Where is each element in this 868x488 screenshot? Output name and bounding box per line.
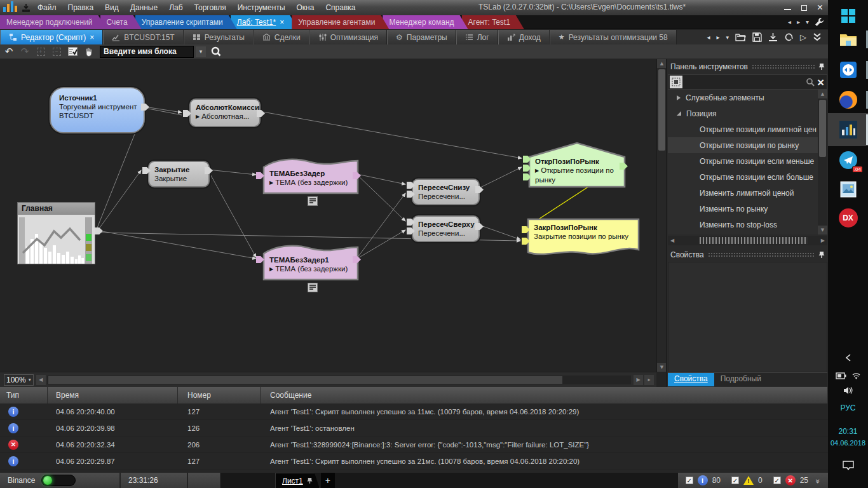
block-name-dropdown-icon[interactable]: ▾ <box>196 46 206 57</box>
add-sheet-button[interactable]: + <box>321 473 335 488</box>
tree-vscroll-thumb[interactable] <box>819 100 826 157</box>
zoom-control[interactable]: 100% ▾ <box>4 374 34 386</box>
pane-port-lightgreen[interactable] <box>86 254 92 261</box>
menu-tools[interactable]: Инструменты <box>232 0 291 15</box>
pin-icon[interactable] <box>818 63 825 71</box>
close-tab-icon[interactable]: × <box>280 18 284 27</box>
pin-icon[interactable] <box>818 251 825 259</box>
menu-view[interactable]: Вид <box>99 0 125 15</box>
tabs-scroll-right-icon[interactable]: ▸ <box>797 18 800 25</box>
tema1-settings-icon[interactable] <box>308 196 318 206</box>
tema2-settings-icon[interactable] <box>308 283 318 292</box>
taskbar-explorer[interactable] <box>828 29 868 50</box>
export-icon[interactable] <box>768 32 778 42</box>
tab-btcusdt-chart[interactable]: BTCUSDT:15T <box>103 30 183 44</box>
taskbar-dx[interactable]: DX <box>828 208 868 228</box>
expander-icon[interactable]: ▶ <box>269 179 273 187</box>
block-tema1[interactable]: ТЕМАБезЗадер ▶ТЕМА (без задержки) <box>262 156 359 195</box>
log-row[interactable]: i 04.06 20:20:29.87 127 Агент 'Test1': С… <box>0 453 828 470</box>
block-tema2[interactable]: ТЕМАБезЗадер1 ▶ТЕМА (без задержки) <box>262 242 359 281</box>
quick-save-icon[interactable] <box>20 1 32 14</box>
wrench-icon[interactable] <box>815 17 824 27</box>
info-filter-checkbox[interactable]: ✓ <box>686 477 693 484</box>
pane-port-olive[interactable] <box>86 244 92 251</box>
block-cross-under[interactable]: ПересечСнизу Пересечени... <box>412 179 480 205</box>
log-col-time[interactable]: Время <box>48 387 178 403</box>
expander-icon[interactable]: ▶ <box>196 112 200 121</box>
block-source1[interactable]: Источник1 Торгуемый инструмент BTCUSDT <box>50 87 145 133</box>
search-icon[interactable] <box>806 78 815 86</box>
tree-item-position[interactable]: Позиция <box>668 105 818 121</box>
run-icon[interactable]: ▷ <box>800 32 806 42</box>
clear-search-icon[interactable]: × <box>817 76 825 88</box>
scroll-right2-icon[interactable]: ▸ <box>644 375 654 385</box>
tab-optimization[interactable]: Оптимизация <box>309 30 387 44</box>
connection-toggle[interactable] <box>41 475 76 486</box>
tree-item-change-stoploss[interactable]: Изменить по stop-loss <box>668 217 818 233</box>
scroll-right-icon[interactable]: ▶ <box>821 238 827 243</box>
language-indicator[interactable]: РУС <box>828 403 868 413</box>
tab-lab-test1[interactable]: Лаб: Test1*× <box>231 15 298 29</box>
scroll-up-icon[interactable]: ▲ <box>657 59 667 68</box>
taskbar-photos[interactable] <box>828 180 868 199</box>
tree-item-change-market[interactable]: Изменить по рынку <box>668 201 818 217</box>
error-filter-checkbox[interactable]: ✓ <box>773 477 781 484</box>
taskbar-teamviewer[interactable] <box>828 60 868 80</box>
tab-log[interactable]: Лог <box>456 30 498 44</box>
tabs-dropdown-icon[interactable]: ▾ <box>806 18 809 25</box>
warning-filter-checkbox[interactable]: ✓ <box>731 477 739 484</box>
tab-results[interactable]: Результаты <box>184 30 254 44</box>
block-name-input[interactable] <box>100 47 208 56</box>
undo-icon[interactable]: ↶ <box>2 45 16 58</box>
tabs-scroll-left-icon[interactable]: ◂ <box>788 18 791 25</box>
block-abs-commission[interactable]: АбсолютКомисси ▶Абсолютная... <box>189 98 261 127</box>
tree-hscrollbar[interactable]: ◀ ▶ <box>668 236 827 245</box>
collapsed-arrow-icon[interactable] <box>677 95 681 100</box>
log-row[interactable]: i 04.06 20:20:40.00 127 Агент 'Test1': С… <box>0 403 828 420</box>
doc-tabs-dropdown-icon[interactable]: ▾ <box>726 34 729 41</box>
taskbar-clock-date[interactable]: 04.06.2018 <box>828 438 868 447</box>
start-button[interactable] <box>828 8 868 24</box>
zoom-in-selection-icon[interactable]: + <box>34 45 48 58</box>
expander-icon[interactable]: ▶ <box>535 166 539 175</box>
close-tab-icon[interactable]: × <box>90 33 94 42</box>
tab-agent-manager[interactable]: Управление агентами <box>292 15 389 29</box>
expander-icon[interactable]: ▶ <box>269 265 273 274</box>
block-close-position[interactable]: ЗакрПозиПоРынк Закрытие позиции по рынку <box>527 218 640 261</box>
tray-power-network[interactable] <box>828 370 868 381</box>
tab-command-manager[interactable]: Менеджер команд <box>383 15 468 29</box>
tree-vscrollbar[interactable]: ▲ ▼ <box>818 90 827 234</box>
doc-tabs-scroll-left-icon[interactable]: ◂ <box>707 34 710 41</box>
taskbar-telegram[interactable]: .04 <box>828 150 868 170</box>
menu-help[interactable]: Справка <box>320 0 361 15</box>
menu-file[interactable]: Файл <box>32 0 62 15</box>
vscroll-thumb[interactable] <box>658 69 665 151</box>
pane-port-green[interactable] <box>86 234 92 241</box>
tree-item-change-limit[interactable]: Изменить лимитной ценой <box>668 185 818 201</box>
minimize-button[interactable] <box>784 9 791 10</box>
menu-data[interactable]: Данные <box>125 0 163 15</box>
tab-script-manager[interactable]: Управление скриптами <box>135 15 237 29</box>
tab-trades[interactable]: Сделки <box>254 30 309 44</box>
menu-windows[interactable]: Окна <box>291 0 320 15</box>
log-col-message[interactable]: Сообщение <box>261 387 828 403</box>
tree-item-open-if-greater[interactable]: Открытие позиции если больше <box>668 169 818 185</box>
tree-item-service-elements[interactable]: Служебные элементы <box>668 90 818 105</box>
scroll-right-icon[interactable]: ▶ <box>634 375 643 385</box>
sheet-tab[interactable]: Лист1 <box>275 473 320 488</box>
block-cross-over[interactable]: ПересечСверху Пересечени... <box>412 215 480 242</box>
pan-hand-icon[interactable] <box>81 45 95 58</box>
panel-drag-dots[interactable] <box>708 252 815 257</box>
tab-connection-manager[interactable]: Менеджер подключений <box>0 15 107 29</box>
pin-icon[interactable] <box>307 477 313 484</box>
tree-hscroll-thumb[interactable] <box>700 237 808 244</box>
scroll-up-icon[interactable]: ▲ <box>818 90 827 98</box>
tree-item-open-limit[interactable]: Открытие позиции лимитной цен <box>668 121 818 137</box>
menu-trading[interactable]: Торговля <box>189 0 232 15</box>
scroll-down-icon[interactable]: ▼ <box>818 226 827 234</box>
tray-volume[interactable] <box>828 384 868 396</box>
menu-lab[interactable]: Лаб <box>163 0 188 15</box>
save-icon[interactable] <box>752 32 762 42</box>
block-main-pane[interactable]: Главная <box>17 202 95 264</box>
tab-editor-script[interactable]: Редактор (Скрипт)× <box>0 30 103 44</box>
